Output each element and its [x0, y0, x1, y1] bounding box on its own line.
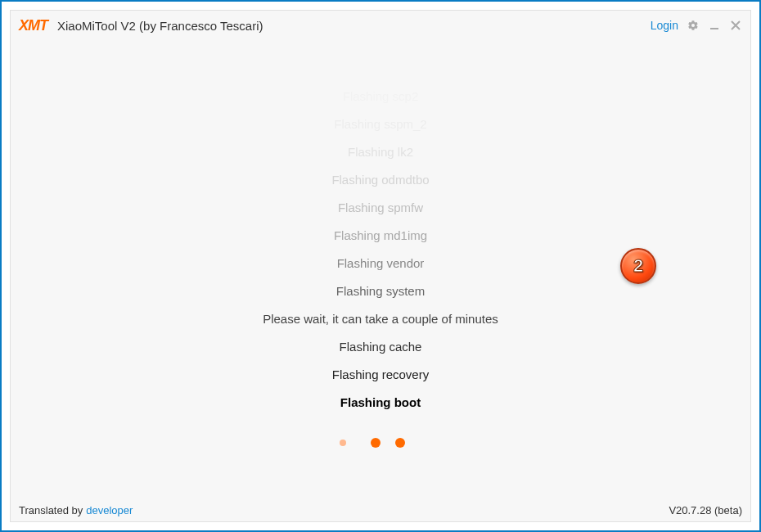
svg-rect-0 [710, 28, 718, 29]
log-line: Flashing md1img [334, 228, 427, 242]
footer: Translated by developer V20.7.28 (beta) [11, 499, 750, 521]
log-line: Flashing recovery [332, 367, 429, 381]
log-line: Flashing cache [340, 340, 422, 354]
loader-dot [395, 438, 405, 448]
log-line: Flashing lk2 [348, 145, 413, 159]
titlebar: XMT XiaoMiTool V2 (by Francesco Tescari)… [11, 11, 750, 40]
loading-indicator [340, 438, 405, 448]
minimize-icon[interactable] [708, 19, 721, 32]
translated-by-label: Translated by [19, 504, 83, 516]
app-logo: XMT [19, 17, 47, 34]
annotation-number: 2 [633, 255, 643, 277]
app-title: XiaoMiTool V2 (by Francesco Tescari) [57, 19, 263, 33]
log-line: Please wait, it can take a couple of min… [263, 312, 498, 326]
app-inner: XMT XiaoMiTool V2 (by Francesco Tescari)… [10, 10, 751, 522]
login-link[interactable]: Login [651, 19, 678, 32]
log-line: Flashing spmfw [338, 201, 423, 214]
annotation-badge: 2 [620, 248, 656, 284]
version-label: V20.7.28 (beta) [669, 504, 742, 516]
log-line: Flashing sspm_2 [334, 117, 426, 131]
loader-dot [340, 440, 346, 446]
log-line: Flashing scp2 [343, 89, 419, 103]
gear-icon[interactable] [687, 19, 700, 32]
log-line: Flashing system [336, 284, 425, 298]
close-icon[interactable] [729, 19, 742, 32]
loader-dot [371, 438, 380, 448]
log-line: Flashing boot [340, 395, 421, 409]
app-window: XMT XiaoMiTool V2 (by Francesco Tescari)… [0, 0, 761, 532]
titlebar-controls: Login [651, 19, 742, 32]
log-line: Flashing odmdtbo [331, 173, 429, 187]
loader-dot-group [371, 438, 405, 448]
developer-link[interactable]: developer [86, 504, 133, 516]
log-line: Flashing vendor [337, 256, 425, 270]
